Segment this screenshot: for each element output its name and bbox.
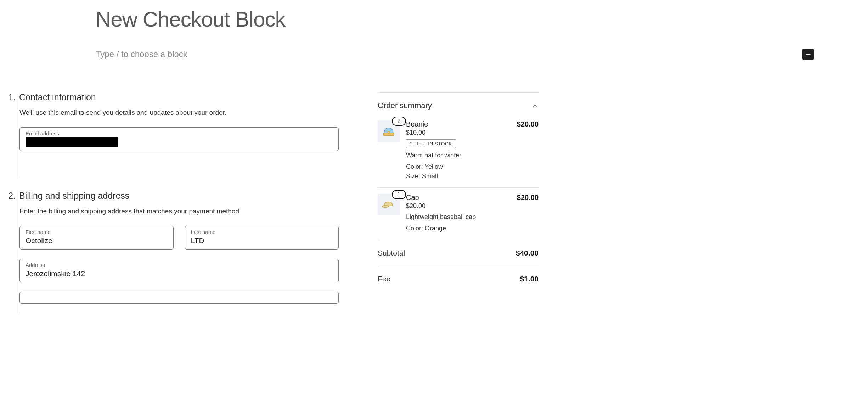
block-prompt[interactable]: Type / to choose a block <box>96 49 187 59</box>
email-field[interactable]: Email address <box>19 127 339 151</box>
step-desc: We'll use this email to send you details… <box>19 109 339 117</box>
step-heading-contact: Contact information <box>19 92 339 102</box>
field-label: Address <box>26 262 333 268</box>
fee-row: Fee $1.00 <box>378 266 539 292</box>
svg-point-1 <box>388 131 390 134</box>
field-label: Email address <box>26 130 333 136</box>
item-attr: Size: Small <box>406 172 539 181</box>
step-number: 1. <box>6 92 19 102</box>
first-name-field[interactable]: First name Octolize <box>19 226 174 250</box>
chevron-up-icon <box>531 102 539 109</box>
address-value[interactable]: Jerozolimskie 142 <box>26 269 333 279</box>
last-name-field[interactable]: Last name LTD <box>185 226 339 250</box>
item-unit-price: $10.00 <box>406 129 539 136</box>
page-title: New Checkout Block <box>96 7 817 32</box>
svg-point-2 <box>382 206 389 208</box>
fee-value: $1.00 <box>520 275 539 283</box>
next-field[interactable] <box>19 292 339 304</box>
cart-item: 1 Cap $20.00 $20.00 Lig <box>378 188 539 240</box>
email-value[interactable] <box>26 137 118 147</box>
order-summary: Order summary 2 Beanie <box>378 92 539 326</box>
cap-icon <box>381 197 396 212</box>
cart-item: 2 Beanie $20.00 $10.00 <box>378 114 539 188</box>
field-label: Last name <box>191 229 333 235</box>
fee-label: Fee <box>378 275 390 283</box>
item-attr: Color: Orange <box>406 224 539 233</box>
add-block-button[interactable] <box>802 49 814 60</box>
item-desc: Lightweight baseball cap <box>406 213 539 221</box>
address-field[interactable]: Address Jerozolimskie 142 <box>19 259 339 282</box>
step-desc: Enter the billing and shipping address t… <box>19 207 339 215</box>
first-name-value[interactable]: Octolize <box>26 236 168 246</box>
last-name-value[interactable]: LTD <box>191 236 333 246</box>
order-summary-title: Order summary <box>378 101 432 110</box>
field-label: First name <box>26 229 168 235</box>
item-attr: Color: Yellow <box>406 162 539 172</box>
item-total: $20.00 <box>517 194 539 202</box>
subtotal-row: Subtotal $40.00 <box>378 240 539 266</box>
item-total: $20.00 <box>517 120 539 128</box>
qty-badge: 1 <box>392 190 406 199</box>
subtotal-value: $40.00 <box>516 249 539 257</box>
step-number: 2. <box>6 191 19 201</box>
qty-badge: 2 <box>392 117 406 126</box>
item-name: Cap <box>406 194 419 202</box>
plus-icon <box>804 50 812 58</box>
checkout-form: 1. Contact information We'll use this em… <box>6 92 339 326</box>
item-unit-price: $20.00 <box>406 202 539 210</box>
step-heading-billing: Billing and shipping address <box>19 191 339 201</box>
subtotal-label: Subtotal <box>378 249 405 257</box>
beanie-icon <box>381 123 396 139</box>
stock-badge: 2 LEFT IN STOCK <box>406 139 456 148</box>
item-desc: Warm hat for winter <box>406 152 539 159</box>
order-summary-toggle[interactable]: Order summary <box>378 93 539 114</box>
item-name: Beanie <box>406 120 428 128</box>
